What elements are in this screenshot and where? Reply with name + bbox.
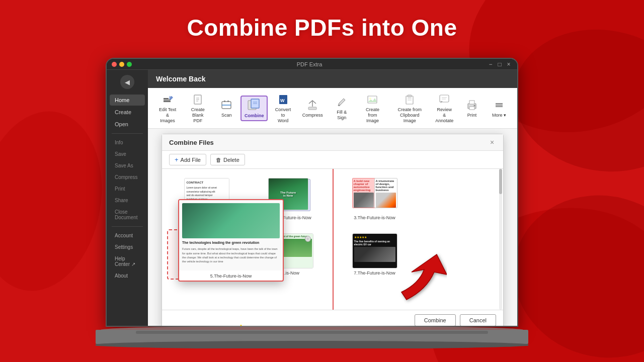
print-label: Print [467, 113, 477, 118]
laptop-screen: PDF Extra − □ × ◀ Home Create Open Info … [106, 58, 518, 327]
svg-text:W: W [280, 98, 285, 103]
file-item-future3[interactable]: A bold new chapter of automotive enginee… [335, 174, 414, 224]
combine-action-button[interactable]: Combine [415, 314, 456, 326]
svg-rect-6 [164, 100, 171, 101]
svg-rect-53 [136, 331, 488, 334]
maximize-button[interactable]: □ [496, 61, 503, 68]
toolbar-review-annotate[interactable]: Review &Annotate [431, 91, 458, 125]
fill-sign-label: Fill & Sign [332, 110, 352, 121]
dialog-footer: Combine Cancel [162, 310, 503, 326]
welcome-bar: Welcome Back [148, 70, 517, 88]
content-area: Combine Files × + Add File 🗑 Delete [148, 129, 517, 326]
svg-rect-37 [469, 107, 474, 110]
close-dot [112, 62, 117, 67]
svg-rect-40 [496, 103, 503, 104]
combine-label: Combine [245, 113, 264, 119]
sidebar-item-close-doc[interactable]: Close Document [110, 207, 145, 223]
sidebar: ◀ Home Create Open Info Save Save As Com… [107, 70, 148, 326]
print-icon [465, 99, 478, 112]
delete-icon: 🗑 [216, 157, 221, 163]
toolbar-print[interactable]: Print [459, 97, 485, 120]
toolbar-more[interactable]: More ▾ [486, 97, 512, 120]
review-annotate-icon [438, 93, 451, 106]
sidebar-item-share[interactable]: Share [110, 195, 145, 206]
svg-rect-29 [408, 95, 412, 97]
sidebar-item-help[interactable]: Help Center ↗ [110, 253, 145, 269]
preview-heading: The technologies leading the green revol… [182, 240, 280, 245]
laptop-frame: PDF Extra − □ × ◀ Home Create Open Info … [106, 58, 538, 349]
create-clipboard-label: Create fromClipboard Image [393, 107, 426, 123]
minimize-button[interactable]: − [487, 61, 494, 68]
toolbar-combine[interactable]: Combine [240, 96, 268, 121]
svg-point-38 [474, 105, 475, 106]
svg-rect-32 [440, 95, 449, 102]
preview-popup: The technologies leading the green revol… [178, 199, 284, 282]
convert-word-icon: W [277, 93, 290, 106]
svg-rect-5 [164, 101, 171, 102]
sidebar-item-info[interactable]: Info [110, 137, 145, 148]
maximize-dot [127, 62, 132, 67]
column-divider [333, 169, 334, 310]
svg-rect-15 [224, 101, 225, 102]
svg-point-4 [0, 102, 115, 301]
sidebar-item-settings[interactable]: Settings [110, 242, 145, 252]
window-close-button[interactable]: × [505, 61, 512, 68]
dialog-action-bar: + Add File 🗑 Delete [162, 151, 503, 169]
file-thumb-future3: A bold new chapter of automotive enginee… [352, 178, 397, 213]
page-title: Combine PDFs into One [0, 14, 644, 41]
add-file-icon: + [175, 156, 179, 163]
create-clipboard-icon [403, 93, 416, 106]
sidebar-item-compress[interactable]: Compress [110, 172, 145, 183]
svg-rect-16 [227, 101, 229, 102]
toolbar-scan[interactable]: Scan [213, 97, 239, 120]
dialog-title: Combine Files [169, 139, 214, 146]
dialog-close-button[interactable]: × [488, 138, 496, 146]
svg-rect-24 [308, 107, 316, 110]
toolbar-compress[interactable]: Compress [298, 97, 327, 120]
window-title: PDF Extra [135, 61, 484, 67]
sidebar-divider-1 [112, 133, 143, 134]
toolbar-create-clipboard[interactable]: Create fromClipboard Image [389, 91, 430, 125]
edit-text-label: Edit Text &Images [157, 107, 178, 123]
sidebar-item-account[interactable]: Account [110, 230, 145, 241]
window-controls [112, 62, 132, 67]
scan-label: Scan [221, 113, 232, 118]
combine-icon [247, 98, 261, 112]
svg-rect-36 [469, 101, 474, 104]
create-image-label: Create fromImage [361, 107, 384, 123]
scan-icon [220, 99, 233, 112]
file-item-future7[interactable]: ★★★★★ The five benefits of owning an ele… [335, 229, 414, 280]
more-icon [493, 99, 506, 112]
scrollbar-track[interactable] [499, 169, 502, 310]
sidebar-item-save-as[interactable]: Save As [110, 160, 145, 171]
delete-button[interactable]: 🗑 Delete [210, 154, 245, 165]
sidebar-item-open[interactable]: Open [110, 119, 145, 130]
sidebar-item-print[interactable]: Print [110, 184, 145, 194]
sidebar-item-home[interactable]: Home [110, 95, 145, 106]
create-image-icon [366, 93, 379, 106]
add-file-button[interactable]: + Add File [169, 154, 206, 165]
create-blank-label: CreateBlank PDF [187, 107, 208, 123]
preview-content: The technologies leading the green revol… [179, 200, 283, 270]
sidebar-item-save[interactable]: Save [110, 149, 145, 159]
toolbar-fill-sign[interactable]: Fill & Sign [328, 94, 356, 123]
svg-rect-41 [496, 105, 503, 106]
toolbar-edit-text[interactable]: Edit Text &Images [153, 91, 182, 125]
fill-sign-icon [335, 96, 348, 109]
window-titlebar: PDF Extra − □ × [107, 59, 517, 70]
cancel-button[interactable]: Cancel [460, 314, 496, 326]
sidebar-item-create[interactable]: Create [110, 107, 145, 118]
svg-point-54 [96, 341, 528, 348]
toolbar-create-blank[interactable]: CreateBlank PDF [183, 91, 212, 125]
back-button[interactable]: ◀ [120, 75, 134, 89]
toolbar-create-image[interactable]: Create fromImage [357, 91, 388, 125]
window-action-controls: − □ × [487, 61, 512, 68]
delete-label: Delete [223, 157, 239, 163]
app-content: ◀ Home Create Open Info Save Save As Com… [107, 70, 517, 326]
sidebar-divider-2 [112, 226, 143, 227]
toolbar-convert-word[interactable]: W Convert toWord [269, 91, 297, 125]
preview-image [182, 203, 280, 238]
preview-file-name: 5.The-Future-is-Now [179, 274, 283, 281]
sidebar-item-about[interactable]: About [110, 270, 145, 281]
scrollbar-thumb[interactable] [499, 169, 502, 194]
